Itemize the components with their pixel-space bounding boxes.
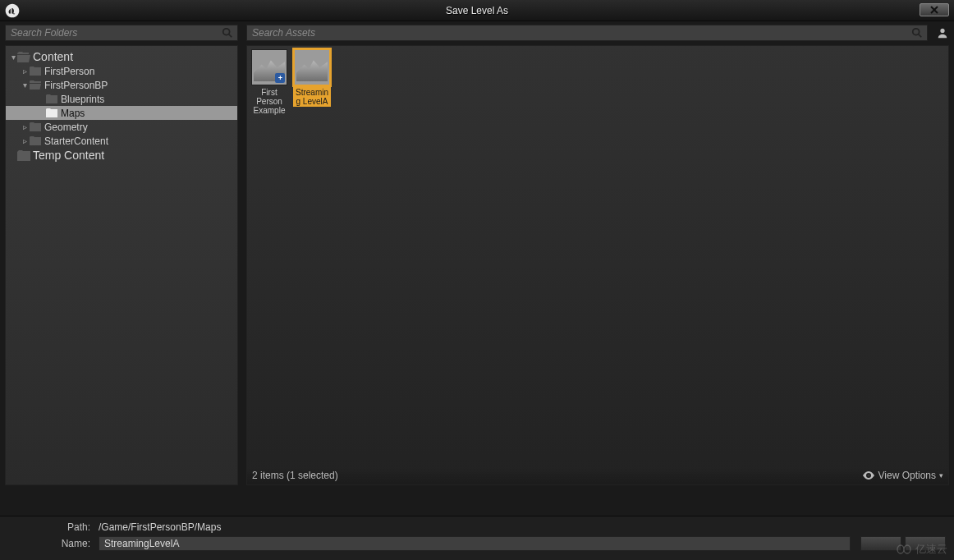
chevron-down-icon[interactable]: ▾ xyxy=(21,80,29,90)
folder-icon xyxy=(29,122,42,133)
chevron-right-icon[interactable]: ▹ xyxy=(21,136,29,145)
close-button[interactable] xyxy=(920,3,949,16)
tree-label: FirstPersonBP xyxy=(44,80,108,91)
asset-thumbnail: + xyxy=(251,49,287,85)
cancel-button[interactable] xyxy=(905,536,946,551)
tree-label: FirstPerson xyxy=(44,66,94,77)
tree-root-content[interactable]: ▾ Content xyxy=(6,49,237,64)
search-assets-input[interactable] xyxy=(252,27,910,39)
folder-icon xyxy=(45,108,58,119)
folder-open-icon xyxy=(17,51,30,62)
tree-item-maps[interactable]: ▹ Maps xyxy=(6,106,237,120)
folder-open-icon xyxy=(29,80,42,91)
app-logo-icon xyxy=(3,2,21,20)
bottom-bar: Path: /Game/FirstPersonBP/Maps Name: xyxy=(0,516,954,560)
folder-panel: ▾ Content ▹ FirstPerson ▾ FirstPersonBP xyxy=(5,45,238,485)
tree-root-temp-content[interactable]: ▾ Temp Content xyxy=(6,148,237,163)
search-row xyxy=(0,24,954,42)
chevron-right-icon[interactable]: ▹ xyxy=(21,122,29,131)
folder-icon xyxy=(29,66,42,77)
search-folders-input[interactable] xyxy=(11,27,221,39)
view-options-button[interactable]: View Options ▾ xyxy=(862,470,943,481)
tree-label: Blueprints xyxy=(61,94,104,105)
user-icon[interactable] xyxy=(936,26,949,39)
asset-panel: + First Person Example Streaming LevelA … xyxy=(246,45,949,485)
asset-label: First Person Example xyxy=(250,87,288,116)
tree-item-geometry[interactable]: ▹ Geometry xyxy=(6,120,237,134)
svg-line-3 xyxy=(919,34,922,38)
tree-label: Temp Content xyxy=(33,149,104,162)
tree-label: Content xyxy=(33,50,73,63)
tree-item-firstpersonbp[interactable]: ▾ FirstPersonBP xyxy=(6,78,237,92)
svg-point-5 xyxy=(867,475,869,477)
name-label: Name: xyxy=(8,538,99,549)
asset-streaming-levela[interactable]: Streaming LevelA xyxy=(293,49,331,107)
svg-line-1 xyxy=(229,34,232,38)
chevron-right-icon[interactable]: ▹ xyxy=(21,67,29,76)
svg-point-2 xyxy=(913,29,920,35)
item-count-text: 2 items (1 selected) xyxy=(252,470,338,481)
tree-label: Geometry xyxy=(44,122,88,133)
folder-icon xyxy=(45,94,58,105)
tree-label: StarterContent xyxy=(44,135,108,147)
asset-thumbnail xyxy=(294,49,330,85)
asset-status-bar: 2 items (1 selected) View Options ▾ xyxy=(247,468,948,484)
chevron-down-icon: ▾ xyxy=(939,471,943,480)
name-input[interactable] xyxy=(99,536,851,551)
path-value: /Game/FirstPersonBP/Maps xyxy=(99,521,221,533)
tree-item-blueprints[interactable]: ▹ Blueprints xyxy=(6,92,237,106)
chevron-down-icon[interactable]: ▾ xyxy=(9,53,17,62)
search-icon xyxy=(910,26,924,39)
svg-point-4 xyxy=(940,29,944,33)
tree-item-firstperson[interactable]: ▹ FirstPerson xyxy=(6,64,237,78)
path-label: Path: xyxy=(8,521,99,533)
svg-point-0 xyxy=(223,29,230,35)
search-icon xyxy=(221,26,234,39)
window-title: Save Level As xyxy=(446,5,508,16)
folder-icon xyxy=(17,149,30,161)
asset-grid[interactable]: + First Person Example Streaming LevelA xyxy=(247,46,948,468)
search-assets-box[interactable] xyxy=(246,25,928,41)
search-folders-box[interactable] xyxy=(5,25,238,41)
view-options-label: View Options xyxy=(878,470,936,481)
tree-item-startercontent[interactable]: ▹ StarterContent xyxy=(6,134,237,148)
eye-icon xyxy=(862,471,875,480)
main-area: ▾ Content ▹ FirstPerson ▾ FirstPersonBP xyxy=(0,42,954,485)
folder-icon xyxy=(29,135,42,147)
asset-first-person-example[interactable]: + First Person Example xyxy=(250,49,288,116)
save-button[interactable] xyxy=(860,536,901,551)
tree-label: Maps xyxy=(61,108,85,119)
titlebar: Save Level As xyxy=(0,0,954,21)
asset-label: Streaming LevelA xyxy=(293,87,331,107)
folder-tree: ▾ Content ▹ FirstPerson ▾ FirstPersonBP xyxy=(6,46,237,163)
